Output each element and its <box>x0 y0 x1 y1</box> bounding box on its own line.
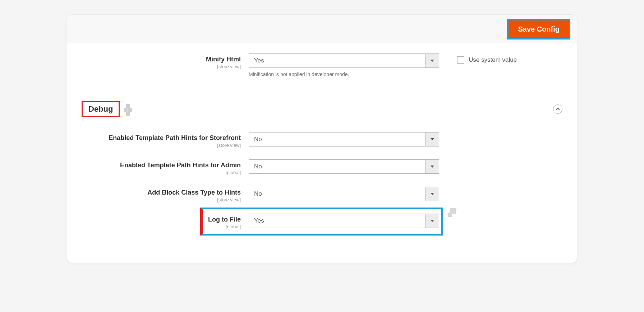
field-block-class-hints: Add Block Class Type to Hints [store vie… <box>82 187 562 202</box>
debug-section-header[interactable]: Debug <box>82 101 562 117</box>
use-system-col: Use system value <box>439 53 517 64</box>
minify-html-value: Yes <box>249 53 426 68</box>
section-head-left: Debug <box>82 101 133 117</box>
minify-html-note: Minification is not applied in developer… <box>249 71 439 77</box>
label-col: Minify Html [store view] <box>82 53 249 69</box>
block-class-hints-select[interactable]: No <box>249 187 439 201</box>
minify-html-label: Minify Html <box>82 56 241 63</box>
use-system-label: Use system value <box>469 56 517 64</box>
log-to-file-label: Log to File <box>203 216 241 223</box>
label-col: Enabled Template Path Hints for Storefro… <box>82 132 249 148</box>
block-class-hints-label: Add Block Class Type to Hints <box>82 189 241 196</box>
log-to-file-value: Yes <box>249 214 426 228</box>
label-col: Add Block Class Type to Hints [store vie… <box>82 187 249 202</box>
input-col: No <box>249 132 439 146</box>
storefront-hints-scope: [store view] <box>82 143 241 148</box>
chevron-down-icon <box>426 159 439 174</box>
storefront-hints-select[interactable]: No <box>249 132 439 146</box>
chevron-down-icon <box>426 187 439 201</box>
config-panel: Save Config Minify Html [store view] Yes <box>67 14 577 263</box>
storefront-hints-label: Enabled Template Path Hints for Storefro… <box>82 134 241 142</box>
block-class-hints-scope: [store view] <box>82 197 241 202</box>
collapse-toggle-icon[interactable] <box>553 104 562 114</box>
field-minify-html: Minify Html [store view] Yes Minificatio… <box>82 53 562 77</box>
minify-html-select[interactable]: Yes <box>249 53 439 68</box>
storefront-hints-value: No <box>249 132 426 146</box>
save-button-highlight: Save Config <box>507 19 570 39</box>
chevron-down-icon <box>426 53 439 68</box>
panel-body: Minify Html [store view] Yes Minificatio… <box>67 43 577 263</box>
input-col: Yes Minification is not applied in devel… <box>249 53 439 77</box>
log-to-file-highlight: Log to File [global] Yes <box>200 208 443 236</box>
admin-hints-select[interactable]: No <box>249 159 439 174</box>
minify-html-scope: [store view] <box>82 64 241 69</box>
field-storefront-hints: Enabled Template Path Hints for Storefro… <box>82 132 562 148</box>
bottom-divider <box>82 245 562 252</box>
block-class-hints-value: No <box>249 187 426 201</box>
log-to-file-scope: [global] <box>203 224 241 229</box>
input-col: No <box>249 159 439 174</box>
field-admin-hints: Enabled Template Path Hints for Admin [g… <box>82 159 562 175</box>
chevron-down-icon <box>426 132 439 146</box>
debug-title-highlight: Debug <box>82 101 120 117</box>
annotation-pointer-icon <box>447 208 457 219</box>
label-col: Enabled Template Path Hints for Admin [g… <box>82 159 249 175</box>
admin-hints-value: No <box>249 159 426 174</box>
divider <box>193 89 562 89</box>
admin-hints-label: Enabled Template Path Hints for Admin <box>82 162 241 169</box>
chevron-down-icon <box>426 214 439 228</box>
log-to-file-select[interactable]: Yes <box>249 214 439 228</box>
save-config-button[interactable]: Save Config <box>509 20 569 38</box>
debug-title: Debug <box>88 104 113 113</box>
input-col: Yes <box>249 214 439 228</box>
use-system-checkbox[interactable] <box>457 56 464 64</box>
annotation-cursor-icon <box>124 104 133 114</box>
label-col: Log to File [global] <box>203 214 249 229</box>
panel-header: Save Config <box>67 15 577 43</box>
admin-hints-scope: [global] <box>82 170 241 175</box>
input-col: No <box>249 187 439 201</box>
